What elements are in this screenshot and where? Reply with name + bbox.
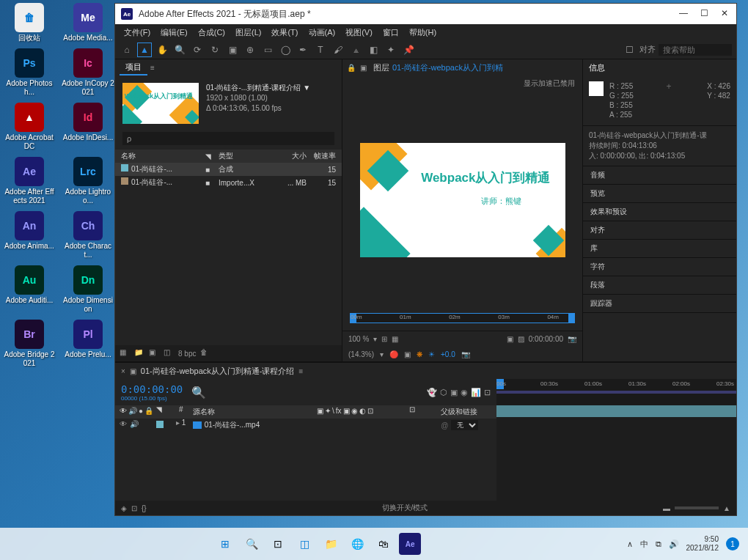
timeline-track-area[interactable] [496, 405, 736, 501]
exposure-value[interactable]: +0.0 [441, 350, 455, 358]
exposure-icon[interactable]: ☀ [428, 350, 435, 358]
timeline-timecode[interactable]: 0:00:00:00 [121, 383, 183, 395]
tl-blend-icon[interactable]: ⊡ [131, 504, 137, 512]
menu-item[interactable]: 图层(L) [231, 26, 265, 40]
desktop-icon[interactable]: ▲Adobe Acrobat DC [3, 103, 56, 151]
selection-tool[interactable]: ▲ [137, 43, 152, 57]
layer-row[interactable]: 👁 🔊 ▸ 1 01-尚硅谷-...mp4 @ [115, 419, 496, 432]
brush-tool[interactable]: 🖌 [331, 43, 345, 57]
desktop-icon[interactable]: AeAdobe After Effects 2021 [3, 157, 56, 205]
desktop-icon[interactable]: DnAdobe Dimension [62, 265, 114, 314]
text-tool[interactable]: T [313, 43, 328, 57]
project-search[interactable] [122, 132, 334, 145]
volume-icon[interactable]: 🔊 [669, 539, 679, 549]
info-tab[interactable]: 信息 [589, 62, 605, 73]
lock-icon[interactable]: 🔒 [347, 64, 357, 72]
task-view-icon[interactable]: ⊡ [267, 533, 289, 555]
tl-zoom-slider[interactable] [675, 506, 719, 509]
menu-item[interactable]: 窗口 [378, 26, 403, 40]
close-tab-icon[interactable]: × [121, 367, 125, 375]
tl-tree-icon[interactable]: ⬡ [440, 388, 447, 397]
menu-item[interactable]: 编辑(E) [156, 26, 192, 40]
puppet-tool[interactable]: 📌 [401, 43, 416, 57]
parent-dropdown[interactable]: 无 [451, 420, 478, 430]
region-icon[interactable]: ▣ [507, 335, 513, 343]
desktop-icon[interactable]: PlAdobe Prelu... [62, 320, 114, 368]
zoom-tool[interactable]: 🔍 [172, 43, 187, 57]
interpret-icon[interactable]: ▦ [120, 348, 130, 358]
layer-audio-icon[interactable]: 🔊 [130, 420, 139, 430]
mag-dropdown[interactable]: (14.3%) [348, 350, 374, 358]
layer-expand-icon[interactable]: ▸ [176, 419, 180, 427]
panel-accordion[interactable]: 字符 [583, 258, 736, 276]
mask-icon[interactable]: ▣ [404, 350, 411, 358]
desktop-icon[interactable]: LrcAdobe Lightroo... [62, 157, 114, 205]
camera-icon[interactable]: 📷 [461, 350, 470, 358]
store-icon[interactable]: 🛍 [373, 533, 395, 555]
rect-tool[interactable]: ▭ [260, 43, 275, 57]
comp-flow-icon[interactable]: ▣ [360, 64, 370, 72]
desktop-icon[interactable]: IdAdobe InDesi... [62, 103, 114, 151]
panel-accordion[interactable]: 对齐 [583, 221, 736, 240]
ime-icon[interactable]: 中 [640, 539, 648, 550]
tl-frame-icon2[interactable]: {} [142, 504, 147, 512]
start-button[interactable]: ⊞ [214, 533, 236, 555]
desktop-icon[interactable]: ChAdobe Charact... [62, 211, 114, 259]
edge-icon[interactable]: 🌐 [346, 533, 368, 555]
eye-col-icon[interactable]: 👁 [120, 407, 127, 417]
project-tab[interactable]: 项目 [120, 60, 147, 75]
pan-behind-tool[interactable]: ⊕ [243, 43, 257, 57]
solid-icon[interactable]: ◫ [164, 348, 174, 358]
clone-tool[interactable]: ⟁ [348, 43, 363, 57]
layer-color-tag[interactable] [156, 421, 164, 428]
eraser-tool[interactable]: ◧ [366, 43, 381, 57]
color-icon[interactable]: ❋ [417, 350, 422, 358]
clock[interactable]: 9:50 2021/8/12 [686, 535, 719, 553]
menu-item[interactable]: 动画(A) [304, 26, 340, 40]
menu-item[interactable]: 帮助(H) [405, 26, 441, 40]
desktop-icon[interactable]: AnAdobe Anima... [3, 211, 56, 259]
lock-col-icon[interactable]: 🔒 [144, 407, 153, 417]
panel-accordion[interactable]: 跟踪器 [583, 295, 736, 313]
rotation-tool[interactable]: ↻ [208, 43, 222, 57]
transparency-icon[interactable]: ▨ [518, 335, 524, 343]
network-icon[interactable]: ⧉ [656, 539, 661, 549]
camera-tool[interactable]: ▣ [225, 43, 240, 57]
orbit-tool[interactable]: ⟳ [190, 43, 205, 57]
desktop-icon[interactable]: IcAdobe InCopy 2021 [62, 48, 114, 97]
tl-graph-icon[interactable]: 📊 [471, 388, 481, 397]
comp-tab-name[interactable]: 01-尚硅谷-webpack从入门到精 [392, 62, 503, 73]
resolution-icon[interactable]: ▾ [373, 335, 377, 343]
home-tool[interactable]: ⌂ [120, 43, 134, 57]
grid-icon[interactable]: ⊞ [381, 335, 387, 343]
help-search[interactable] [659, 44, 732, 56]
tray-expand-icon[interactable]: ∧ [627, 539, 633, 549]
trash-icon[interactable]: 🗑 [200, 348, 210, 358]
desktop-icon[interactable]: AuAdobe Auditi... [3, 265, 56, 314]
tl-zoom-in-icon[interactable]: ▲ [723, 504, 730, 512]
desktop-icon[interactable]: MeAdobe Media... [62, 3, 114, 43]
timecode-display[interactable]: 0:00:00:00 [529, 335, 563, 343]
time-navigator[interactable]: 00m01m02m03m04m [342, 310, 582, 331]
comp-canvas[interactable]: 尚硅谷 Webpack从入门到精通 讲师：熊键 [360, 143, 565, 257]
menu-item[interactable]: 视图(V) [341, 26, 377, 40]
ellipse-tool[interactable]: ◯ [278, 43, 293, 57]
panel-accordion[interactable]: 段落 [583, 276, 736, 295]
timeline-tab[interactable]: 01-尚硅谷-webpack从入门到精通-课程介绍 [141, 366, 295, 377]
tl-marker-icon[interactable]: ◈ [121, 504, 127, 512]
tl-zoom-out-icon[interactable]: ▬ [663, 504, 670, 512]
asset-row[interactable]: 01-尚硅谷-...■Importe...X... MB15 [115, 176, 342, 189]
new-comp-icon[interactable]: ▣ [149, 348, 159, 358]
widgets-icon[interactable]: ◫ [293, 533, 315, 555]
tb-search-icon[interactable]: 🔍 [241, 533, 263, 555]
desktop-icon[interactable]: 🗑回收站 [3, 3, 56, 43]
ae-taskbar-icon[interactable]: Ae [399, 533, 421, 555]
tl-blur-icon[interactable]: ◉ [461, 388, 468, 397]
pickwhip-icon[interactable]: @ [441, 421, 448, 430]
close-button[interactable]: ✕ [719, 8, 730, 20]
menu-item[interactable]: 效果(T) [267, 26, 302, 40]
menu-item[interactable]: 文件(F) [120, 26, 155, 40]
work-area[interactable] [496, 391, 736, 394]
snap-checkbox[interactable]: ☐ [622, 43, 637, 57]
desktop-icon[interactable]: PsAdobe Photosh... [3, 48, 56, 97]
